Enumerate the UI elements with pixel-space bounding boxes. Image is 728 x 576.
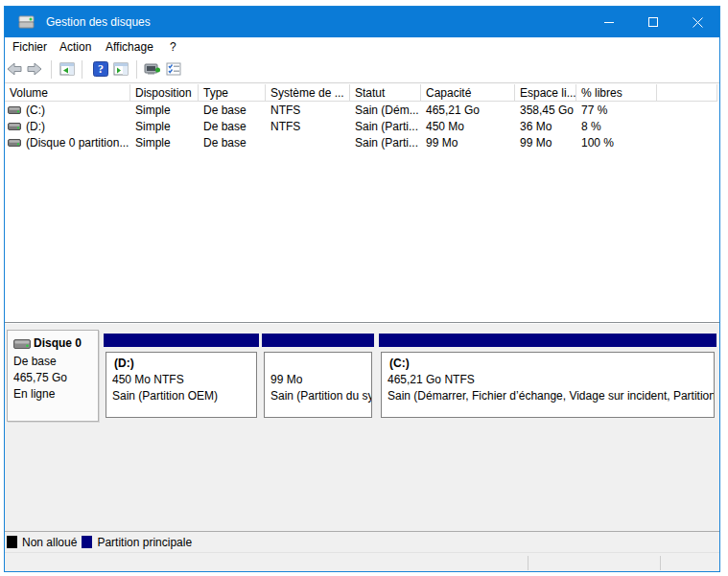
menu-item-3[interactable]: Affichage [106,40,153,54]
cell-statut: Sain (Parti... [350,134,421,150]
svg-text:?: ? [98,62,104,76]
toolbar-separator [51,60,52,79]
partition-color-bar [379,334,716,347]
menu-item-2[interactable]: Action [59,40,91,54]
cell-systeme [266,134,350,150]
cell-libres: 8 % [576,118,657,134]
partition-size: 465,21 Go NTFS [387,373,475,386]
console-tree-icon[interactable] [59,61,75,77]
console-window-icon[interactable] [113,61,129,77]
column-header-volume[interactable]: Volume [5,84,130,102]
disk-size: 465,75 Go [13,371,67,384]
partition-title: (C:) [389,357,410,370]
column-header-type[interactable]: Type [199,84,266,102]
disk-management-window: Gestion des disques FichierActionAfficha… [4,6,720,572]
legend-swatch-2 [82,536,92,548]
menu-item-1[interactable]: Fichier [12,40,47,54]
disk-status: En ligne [13,387,55,401]
status-separator [528,556,528,570]
cell-libres: 77 % [576,102,657,118]
legend-bar: Non allouéPartition principale [5,531,719,552]
cell-statut: Sain (Dém... [350,102,421,118]
partition-info: (D:)450 Mo NTFSSain (Partition OEM) [106,352,257,418]
column-header-disposition[interactable]: Disposition [130,84,199,102]
column-header-systeme[interactable]: Système de ... [266,84,350,102]
toolbar-separator [82,60,82,79]
volume-row[interactable]: (D:)SimpleDe baseNTFSSain (Parti...450 M… [5,118,719,134]
back-icon[interactable] [7,61,22,77]
cell-espace: 36 Mo [515,118,576,134]
cell-libres: 100 % [576,134,657,150]
minimize-button[interactable] [587,7,631,37]
action-pane-icon[interactable] [144,61,161,77]
partition-info: (C:)465,21 Go NTFSSain (Démarrer, Fichie… [381,352,715,418]
partition-title: (D:) [114,357,134,370]
status-bar [5,552,719,572]
help-icon[interactable]: ? [93,61,108,77]
disk-drive-icon [18,14,35,30]
partition-3[interactable]: (C:)465,21 Go NTFSSain (Démarrer, Fichie… [379,334,716,423]
cell-type: De base [199,134,266,150]
disk-icon [13,339,31,349]
cell-statut: Sain (Parti... [350,118,421,134]
partition-color-bar [262,334,374,347]
cell-espace: 99 Mo [515,134,576,150]
close-button[interactable] [675,7,719,37]
legend-swatch-1 [7,536,17,548]
volume-icon [8,139,21,147]
volume-icon [8,106,21,114]
status-separator [660,556,661,570]
cell-disposition: Simple [130,102,199,118]
toolbar-separator [136,60,137,79]
partition-2[interactable]: 99 MoSain (Partition du sys [262,334,374,423]
disk-type: De base [13,355,57,368]
column-header-empty[interactable] [657,84,717,102]
volume-row[interactable]: (C:)SimpleDe baseNTFSSain (Dém...465,21 … [5,102,719,118]
column-header-statut[interactable]: Statut [350,84,421,102]
cell-volume: (C:) [5,102,130,118]
cell-disposition: Simple [130,118,199,134]
column-header-libres[interactable]: % libres [576,84,657,102]
window-title: Gestion des disques [46,15,151,29]
cell-type: De base [199,102,266,118]
cell-systeme: NTFS [266,118,350,134]
cell-disposition: Simple [130,134,199,150]
partition-1[interactable]: (D:)450 Mo NTFSSain (Partition OEM) [104,334,259,423]
menu-item-4[interactable]: ? [170,40,176,54]
partition-size: 99 Mo [270,373,302,386]
cell-capacite: 450 Mo [421,118,515,134]
disk-name: Disque 0 [34,336,82,350]
cell-espace: 358,45 Go [515,102,576,118]
column-header-capacite[interactable]: Capacité [421,84,515,102]
partition-status: Sain (Démarrer, Fichier d’échange, Vidag… [387,389,715,403]
partition-info: 99 MoSain (Partition du sys [264,352,372,418]
cell-volume: (Disque 0 partition... [5,134,130,150]
cell-volume: (D:) [5,118,130,134]
volume-list: VolumeDispositionTypeSystème de ...Statu… [5,83,719,323]
volume-icon [8,123,21,130]
cell-systeme: NTFS [266,102,350,118]
partition-size: 450 Mo NTFS [112,373,184,386]
partition-status: Sain (Partition du sys [270,389,372,403]
cell-capacite: 99 Mo [421,134,515,150]
toolbar: ? [5,57,719,83]
column-header-espace[interactable]: Espace li... [515,84,576,102]
volume-list-header: VolumeDispositionTypeSystème de ...Statu… [5,84,719,102]
disk0-header-box[interactable]: Disque 0 De base 465,75 Go En ligne [7,330,99,422]
legend-label-1: Non alloué [22,536,77,549]
graphical-view-pane: Disque 0 De base 465,75 Go En ligne (D:)… [5,323,719,571]
volume-row[interactable]: (Disque 0 partition...SimpleDe baseSain … [5,134,719,150]
menu-bar: FichierActionAffichage? [5,37,719,57]
cell-type: De base [199,118,266,134]
partition-status: Sain (Partition OEM) [112,389,218,403]
title-bar: Gestion des disques [5,7,719,37]
options-icon[interactable] [166,61,182,77]
legend-label-2: Partition principale [97,536,192,549]
cell-capacite: 465,21 Go [421,102,515,118]
maximize-button[interactable] [631,7,675,37]
forward-icon[interactable] [27,61,42,77]
partition-color-bar [104,334,259,347]
